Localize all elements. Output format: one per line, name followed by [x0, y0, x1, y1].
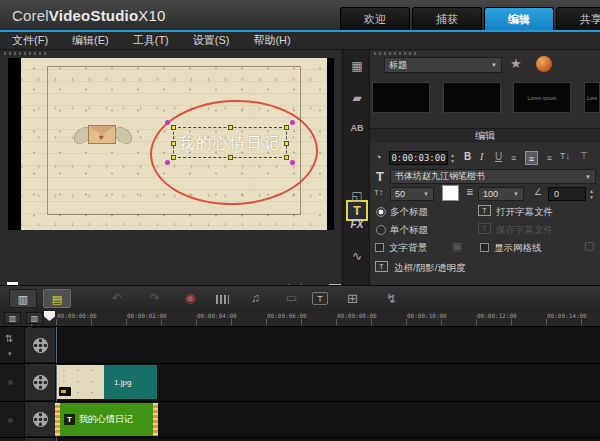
- title-tool-button[interactable]: T: [346, 200, 368, 221]
- duration-spinner[interactable]: ▲▼: [450, 151, 455, 165]
- border-shadow-icon[interactable]: T: [375, 261, 388, 272]
- multicam-icon[interactable]: ⊞: [347, 292, 358, 305]
- title-clip-label: 我的心情日记: [79, 413, 133, 426]
- title-template-thumb[interactable]: [443, 82, 501, 113]
- tab-edit[interactable]: 编辑: [484, 7, 554, 30]
- tab-welcome[interactable]: 欢迎: [340, 7, 410, 30]
- resize-handle[interactable]: [228, 125, 233, 130]
- menu-file[interactable]: 文件(F): [12, 33, 48, 48]
- border-shadow-label[interactable]: 边框/阴影/透明度: [394, 262, 466, 275]
- overlay-graphic-icon[interactable]: ◱: [343, 190, 371, 202]
- font-size-dropdown[interactable]: 50 ▼: [390, 187, 434, 201]
- title-clip-selected[interactable]: T 我的心情日记: [55, 403, 158, 436]
- rotate-handle[interactable]: [165, 160, 170, 165]
- envelope-illustration: ♥: [73, 118, 131, 154]
- text-backdrop-checkbox[interactable]: [375, 243, 384, 252]
- motion-path-icon[interactable]: ∿: [343, 250, 371, 262]
- motion-tracking-icon[interactable]: ↯: [386, 292, 397, 305]
- align-center-button[interactable]: ≡: [525, 151, 538, 165]
- timeline-ruler[interactable]: ▥ ▥ 00:00:00:00 00:00:02:00 00:00:04:00 …: [0, 310, 600, 327]
- row-divider: [0, 363, 600, 364]
- tab-share[interactable]: 共享: [556, 7, 600, 30]
- instant-project-icon[interactable]: ▰: [343, 92, 371, 104]
- grid-settings-icon[interactable]: ▢: [584, 240, 594, 251]
- resize-handle[interactable]: [284, 125, 289, 130]
- title-track-header[interactable]: [25, 402, 55, 436]
- rotate-handle[interactable]: [290, 120, 295, 125]
- storyboard-view-button[interactable]: ▥: [9, 289, 37, 308]
- rotate-handle[interactable]: [290, 160, 295, 165]
- text-backdrop-label: 文字背景: [389, 242, 427, 255]
- add-favorite-star-icon[interactable]: ★: [510, 57, 522, 70]
- title-template-thumb[interactable]: Lore: [584, 82, 600, 113]
- resize-handle[interactable]: [171, 155, 176, 160]
- swap-tracks-icon[interactable]: ⇅: [5, 334, 13, 344]
- track-lock-icon[interactable]: [8, 418, 13, 423]
- resize-handle[interactable]: [228, 155, 233, 160]
- panel-grip[interactable]: [4, 52, 46, 55]
- trim-handle-right[interactable]: [153, 403, 158, 436]
- title-template-thumb[interactable]: [372, 82, 430, 113]
- gallery-filter-ball-icon[interactable]: [536, 56, 552, 72]
- bold-button[interactable]: B: [464, 152, 471, 162]
- resize-handle[interactable]: [284, 141, 289, 146]
- vertical-text-button[interactable]: T↓: [560, 152, 570, 161]
- filter-fx-icon[interactable]: FX: [343, 220, 371, 230]
- font-color-swatch[interactable]: [442, 185, 459, 201]
- title-selection-box[interactable]: 我的心情日记: [173, 127, 287, 158]
- trim-handle-left[interactable]: [55, 403, 60, 436]
- options-panel-tab[interactable]: 编辑: [370, 128, 600, 144]
- ripple-edit-caret-icon[interactable]: ▾: [8, 350, 12, 357]
- timeline-toolbar: ▥ ▤ ↶ ↷ ◉ ♫ ▭ T ⊞ ↯: [0, 285, 600, 311]
- italic-button[interactable]: I: [480, 152, 483, 162]
- menu-settings[interactable]: 设置(S): [193, 33, 230, 48]
- open-subtitle-label[interactable]: 打开字幕文件: [496, 206, 553, 219]
- chevron-down-icon: ▼: [513, 191, 519, 197]
- menu-edit[interactable]: 编辑(E): [72, 33, 109, 48]
- angle-spinner[interactable]: ▲▼: [589, 187, 594, 201]
- font-family-dropdown[interactable]: 书体坊赵九江钢笔楷书 ▼: [390, 169, 596, 184]
- ruler-ticks: [56, 319, 586, 325]
- menu-help[interactable]: 帮助(H): [253, 33, 290, 48]
- auto-music-icon[interactable]: ♫: [251, 292, 260, 304]
- menu-tools[interactable]: 工具(T): [133, 33, 169, 48]
- resize-handle[interactable]: [284, 155, 289, 160]
- timeline-view-button[interactable]: ▤: [43, 289, 71, 308]
- track-manager-icon[interactable]: ▥: [4, 312, 21, 324]
- duration-field[interactable]: 0:00:03:00: [389, 151, 448, 165]
- open-subtitle-icon[interactable]: T: [478, 205, 491, 216]
- transition-icon[interactable]: AB: [343, 124, 371, 133]
- align-right-button[interactable]: ≡: [539, 151, 552, 165]
- underline-button[interactable]: U: [495, 152, 502, 162]
- text-direction-button[interactable]: ⊤: [580, 152, 588, 161]
- timeline-scrub-handle[interactable]: [44, 311, 55, 321]
- resize-handle[interactable]: [171, 125, 176, 130]
- line-spacing-icon: ≣: [466, 188, 474, 197]
- show-grid-checkbox[interactable]: [480, 243, 489, 252]
- video-track-header[interactable]: [25, 328, 55, 362]
- multiple-titles-radio[interactable]: [376, 207, 386, 217]
- track-lock-icon[interactable]: [8, 380, 13, 385]
- rotate-handle[interactable]: [165, 120, 170, 125]
- clip-1jpg-thumbnail[interactable]: [57, 365, 104, 399]
- title-overlay-text[interactable]: 我的心情日记: [174, 134, 286, 153]
- overlay-track-header[interactable]: [25, 364, 55, 400]
- line-spacing-dropdown[interactable]: 100 ▼: [478, 187, 524, 201]
- title-template-thumb[interactable]: Lorem ipsum: [513, 82, 571, 113]
- record-capture-icon[interactable]: ◉: [185, 292, 195, 304]
- redo-icon[interactable]: ↷: [150, 292, 160, 304]
- align-left-button[interactable]: ≡: [511, 151, 524, 165]
- film-reel-icon: [33, 412, 48, 427]
- panel-grip[interactable]: [374, 52, 416, 55]
- tab-capture[interactable]: 捕获: [412, 7, 482, 30]
- angle-field[interactable]: 0: [548, 187, 586, 201]
- gallery-category-dropdown[interactable]: 标题 ▼: [384, 57, 502, 73]
- single-title-radio[interactable]: [376, 225, 386, 235]
- media-icon[interactable]: ▦: [343, 60, 371, 72]
- painting-creator-icon[interactable]: ▭: [286, 292, 297, 304]
- clip-1jpg[interactable]: 1.jpg: [104, 365, 157, 399]
- undo-icon[interactable]: ↶: [112, 292, 122, 304]
- subtitle-editor-icon[interactable]: T: [312, 292, 328, 305]
- sound-mixer-icon[interactable]: [216, 295, 229, 304]
- resize-handle[interactable]: [171, 141, 176, 146]
